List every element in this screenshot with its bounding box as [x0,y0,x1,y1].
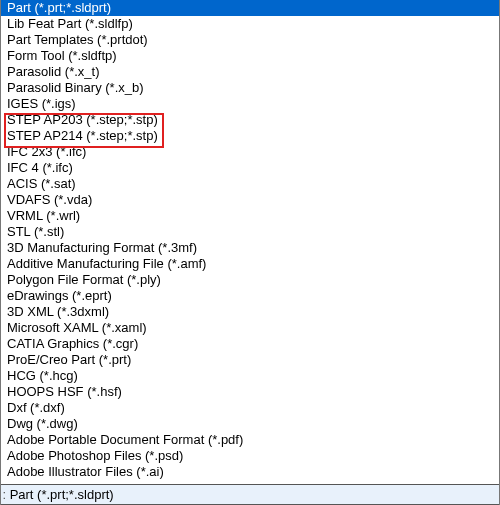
filetype-current-value: Part (*.prt;*.sldprt) [10,487,114,502]
filetype-option[interactable]: Lib Feat Part (*.sldlfp) [1,16,499,32]
filetype-option[interactable]: Additive Manufacturing File (*.amf) [1,256,499,272]
filetype-option[interactable]: Form Tool (*.sldftp) [1,48,499,64]
filetype-option[interactable]: Dwg (*.dwg) [1,416,499,432]
filetype-option[interactable]: 3D XML (*.3dxml) [1,304,499,320]
filetype-option[interactable]: Dxf (*.dxf) [1,400,499,416]
filetype-option[interactable]: Part (*.prt;*.sldprt) [1,0,499,16]
filetype-option[interactable]: STEP AP203 (*.step;*.stp) [1,112,499,128]
filetype-option[interactable]: IFC 2x3 (*.ifc) [1,144,499,160]
filetype-option[interactable]: Parasolid Binary (*.x_b) [1,80,499,96]
filetype-option[interactable]: STL (*.stl) [1,224,499,240]
filetype-dropdown-list[interactable]: Part (*.prt;*.sldprt)Lib Feat Part (*.sl… [1,0,499,484]
filetype-option[interactable]: eDrawings (*.eprt) [1,288,499,304]
filetype-option[interactable]: HOOPS HSF (*.hsf) [1,384,499,400]
filetype-option[interactable]: VDAFS (*.vda) [1,192,499,208]
filetype-option[interactable]: ProE/Creo Part (*.prt) [1,352,499,368]
filetype-option[interactable]: STEP AP214 (*.step;*.stp) [1,128,499,144]
filetype-option[interactable]: Part Templates (*.prtdot) [1,32,499,48]
filetype-option[interactable]: VRML (*.wrl) [1,208,499,224]
filetype-option[interactable]: CATIA Graphics (*.cgr) [1,336,499,352]
filetype-option[interactable]: Parasolid (*.x_t) [1,64,499,80]
filetype-option[interactable]: Adobe Illustrator Files (*.ai) [1,464,499,480]
filetype-option[interactable]: ACIS (*.sat) [1,176,499,192]
field-separator: : [2,485,6,504]
filetype-option[interactable]: Adobe Portable Document Format (*.pdf) [1,432,499,448]
filetype-option[interactable]: Polygon File Format (*.ply) [1,272,499,288]
filetype-current-field[interactable]: : Part (*.prt;*.sldprt) [1,484,499,505]
filetype-option[interactable]: IFC 4 (*.ifc) [1,160,499,176]
filetype-option[interactable]: 3D Manufacturing Format (*.3mf) [1,240,499,256]
filetype-option[interactable]: IGES (*.igs) [1,96,499,112]
filetype-option[interactable]: Adobe Photoshop Files (*.psd) [1,448,499,464]
filetype-option[interactable]: HCG (*.hcg) [1,368,499,384]
filetype-option[interactable]: Microsoft XAML (*.xaml) [1,320,499,336]
